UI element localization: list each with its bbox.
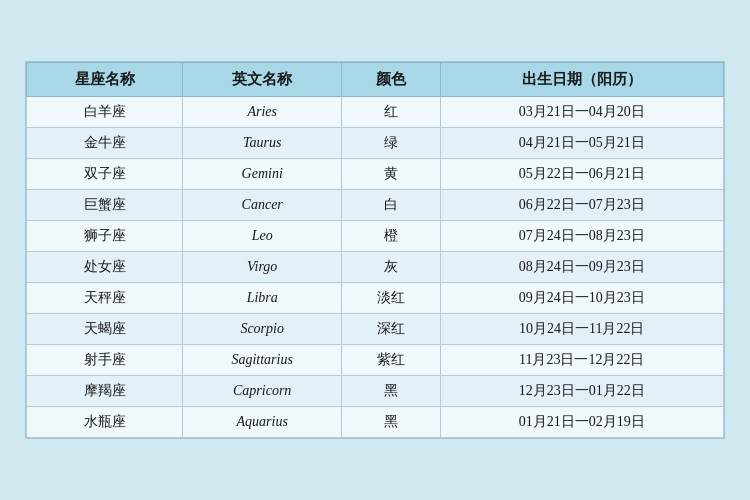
cell-chinese: 天秤座 [27, 283, 183, 314]
cell-english: Taurus [183, 128, 342, 159]
col-header-color: 颜色 [342, 63, 440, 97]
table-row: 天蝎座Scorpio深红10月24日一11月22日 [27, 314, 724, 345]
table-header-row: 星座名称 英文名称 颜色 出生日期（阳历） [27, 63, 724, 97]
cell-chinese: 狮子座 [27, 221, 183, 252]
cell-dates: 09月24日一10月23日 [440, 283, 723, 314]
cell-dates: 03月21日一04月20日 [440, 97, 723, 128]
cell-chinese: 处女座 [27, 252, 183, 283]
main-container: 星座名称 英文名称 颜色 出生日期（阳历） 白羊座Aries红03月21日一04… [25, 61, 725, 439]
cell-color: 深红 [342, 314, 440, 345]
cell-english: Sagittarius [183, 345, 342, 376]
cell-chinese: 摩羯座 [27, 376, 183, 407]
cell-dates: 07月24日一08月23日 [440, 221, 723, 252]
cell-chinese: 金牛座 [27, 128, 183, 159]
cell-english: Capricorn [183, 376, 342, 407]
cell-english: Aries [183, 97, 342, 128]
cell-english: Aquarius [183, 407, 342, 438]
cell-chinese: 射手座 [27, 345, 183, 376]
col-header-english: 英文名称 [183, 63, 342, 97]
cell-dates: 10月24日一11月22日 [440, 314, 723, 345]
cell-chinese: 巨蟹座 [27, 190, 183, 221]
col-header-dates: 出生日期（阳历） [440, 63, 723, 97]
table-row: 处女座Virgo灰08月24日一09月23日 [27, 252, 724, 283]
table-row: 摩羯座Capricorn黑12月23日一01月22日 [27, 376, 724, 407]
zodiac-table: 星座名称 英文名称 颜色 出生日期（阳历） 白羊座Aries红03月21日一04… [26, 62, 724, 438]
cell-chinese: 水瓶座 [27, 407, 183, 438]
cell-color: 白 [342, 190, 440, 221]
table-row: 狮子座Leo橙07月24日一08月23日 [27, 221, 724, 252]
cell-color: 橙 [342, 221, 440, 252]
cell-english: Libra [183, 283, 342, 314]
col-header-chinese: 星座名称 [27, 63, 183, 97]
cell-chinese: 双子座 [27, 159, 183, 190]
table-row: 水瓶座Aquarius黑01月21日一02月19日 [27, 407, 724, 438]
cell-color: 紫红 [342, 345, 440, 376]
cell-dates: 01月21日一02月19日 [440, 407, 723, 438]
table-row: 白羊座Aries红03月21日一04月20日 [27, 97, 724, 128]
cell-dates: 11月23日一12月22日 [440, 345, 723, 376]
cell-dates: 04月21日一05月21日 [440, 128, 723, 159]
cell-chinese: 天蝎座 [27, 314, 183, 345]
cell-english: Gemini [183, 159, 342, 190]
cell-dates: 12月23日一01月22日 [440, 376, 723, 407]
table-row: 巨蟹座Cancer白06月22日一07月23日 [27, 190, 724, 221]
cell-english: Leo [183, 221, 342, 252]
table-row: 双子座Gemini黄05月22日一06月21日 [27, 159, 724, 190]
cell-dates: 05月22日一06月21日 [440, 159, 723, 190]
cell-chinese: 白羊座 [27, 97, 183, 128]
table-row: 天秤座Libra淡红09月24日一10月23日 [27, 283, 724, 314]
cell-color: 淡红 [342, 283, 440, 314]
cell-color: 黄 [342, 159, 440, 190]
table-row: 金牛座Taurus绿04月21日一05月21日 [27, 128, 724, 159]
cell-color: 绿 [342, 128, 440, 159]
cell-dates: 06月22日一07月23日 [440, 190, 723, 221]
cell-english: Cancer [183, 190, 342, 221]
cell-english: Virgo [183, 252, 342, 283]
cell-color: 红 [342, 97, 440, 128]
cell-color: 黑 [342, 407, 440, 438]
cell-dates: 08月24日一09月23日 [440, 252, 723, 283]
table-row: 射手座Sagittarius紫红11月23日一12月22日 [27, 345, 724, 376]
cell-english: Scorpio [183, 314, 342, 345]
cell-color: 灰 [342, 252, 440, 283]
cell-color: 黑 [342, 376, 440, 407]
